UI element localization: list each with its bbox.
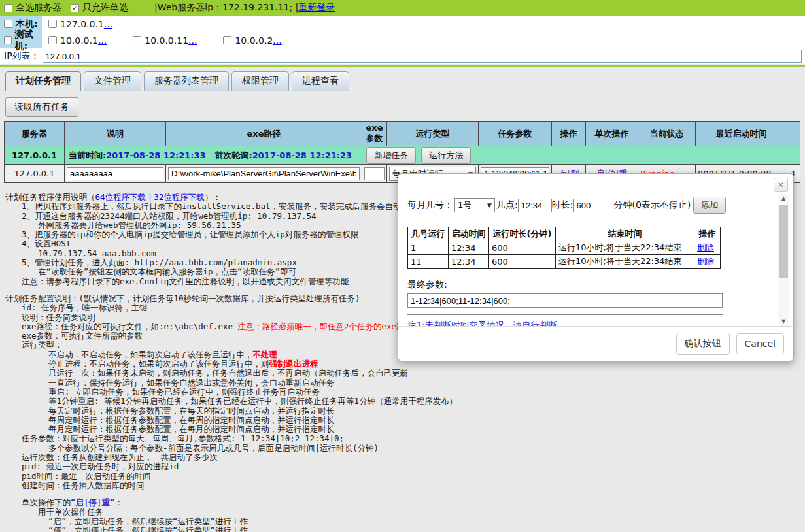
help-line bbox=[5, 490, 805, 498]
page: 全选服务器 ✓ 只允许单选 |Web服务器ip：172.19.231.11; |… bbox=[0, 0, 805, 532]
param-start-cell: 12:34 bbox=[449, 255, 489, 269]
tab-3[interactable]: 服务器列表管理 bbox=[144, 71, 229, 91]
divider bbox=[407, 314, 723, 315]
help-text: “启”，立即启动任务，然后继续按“运行类型”进行工作 bbox=[48, 516, 248, 526]
dialog-scrollbar[interactable]: ▲ ▼ bbox=[778, 194, 789, 326]
tab-5[interactable]: 进程查看 bbox=[292, 71, 349, 91]
help-link[interactable]: 64位程序下载 bbox=[95, 192, 146, 202]
help-text: pid: 最近一次启动任务时，对应的进程id bbox=[22, 461, 179, 471]
task-table-header: 服务器说明exe路径exe参数运行类型任务参数操作单次操作当前状态最近启动时间 bbox=[5, 122, 800, 146]
task-exe-args-input[interactable] bbox=[364, 167, 385, 180]
help-line: 每天定时运行：根据任务参数配置，在每天的指定时间点启动，并运行指定时长 bbox=[5, 407, 805, 416]
help-line: 单次操作下的“启|停|重”： bbox=[5, 498, 805, 507]
help-text: 停止进程：不启动任务，如果前次启动了该任务且运行中，则 bbox=[48, 359, 269, 369]
ip-more-link[interactable]: ... bbox=[273, 35, 281, 46]
param-duration-cell: 600 bbox=[489, 255, 556, 269]
tab-4[interactable]: 权限管理 bbox=[231, 71, 289, 91]
cancel-button[interactable]: Cancel bbox=[736, 333, 784, 354]
help-line: pid时间：最近一次启动任务的时间 bbox=[5, 472, 805, 481]
param-delete-link[interactable]: 删除 bbox=[697, 242, 714, 252]
read-all-tasks-button[interactable]: 读取所有任务 bbox=[5, 97, 78, 117]
help-text: “停”，立即停止任务，然后继续按“运行类型”进行工作 bbox=[48, 525, 248, 532]
help-text: 每月定时运行：根据任务参数配置，在每月的指定时间点启动，并运行指定时长 bbox=[48, 424, 335, 434]
close-icon[interactable]: ✕ bbox=[774, 178, 788, 192]
help-text: id: 任务序号，唯一标识符，主键 bbox=[22, 303, 148, 312]
help-text: 单次操作下的“ bbox=[22, 497, 76, 507]
prev-poll-value: 2017-08-28 12:21:23 bbox=[252, 150, 352, 160]
scroll-down-icon[interactable]: ▼ bbox=[778, 317, 789, 326]
param-delete-link[interactable]: 删除 bbox=[697, 256, 714, 266]
duration-label: 时长: bbox=[552, 199, 574, 211]
server-info-cell: 当前时间: 2017-08-28 12:21:33 前次轮询: 2017-08-… bbox=[65, 147, 800, 164]
param-day-cell: 1 bbox=[408, 241, 449, 255]
ip-item: 10.0.0.2... bbox=[223, 35, 281, 46]
webserver-ip-text: |Web服务器ip：172.19.231.11; | bbox=[154, 2, 298, 14]
param-column-header: 运行时长(分钟) bbox=[489, 227, 556, 241]
help-line: pid: 最近一次启动任务时，对应的进程id bbox=[5, 462, 805, 471]
param-row: 112:34600运行10小时;将于当天22:34结束删除 bbox=[408, 241, 721, 255]
server-info-row: 127.0.0.1 当前时间: 2017-08-28 12:21:33 前次轮询… bbox=[5, 146, 800, 165]
param-end-cell: 运行10小时;将于当天22:34结束 bbox=[556, 241, 694, 255]
param-op-cell: 删除 bbox=[694, 255, 721, 269]
ip-label: 10.0.0.1 bbox=[60, 35, 98, 46]
help-line: “停”，立即停止任务，然后继续按“运行类型”进行工作 bbox=[5, 526, 805, 532]
help-line: 只运行一次：如果任务未启动，则启动任务，任务自然退出后，不再启动（启动任务后，会… bbox=[5, 369, 805, 378]
column-header: exe路径 bbox=[166, 122, 362, 146]
help-text: 在“读取任务”按钮左侧的文本框内输入服务器ip，点击“读取任务”即可 bbox=[38, 267, 296, 276]
ip-checkbox[interactable] bbox=[48, 20, 57, 28]
task-exe-path-input[interactable] bbox=[168, 167, 360, 180]
help-line: 创建时间：任务插入数据库的时间 bbox=[5, 481, 805, 490]
ip-more-link[interactable]: ... bbox=[188, 35, 197, 46]
confirm-button[interactable]: 确认按钮 bbox=[676, 333, 730, 355]
machine-row: 本机:127.0.0.1... bbox=[0, 16, 805, 32]
help-text: 5、管理计划任务，进入页面: http://aaa.bbb.com/planad… bbox=[22, 258, 297, 267]
param-start-cell: 12:34 bbox=[449, 241, 489, 255]
column-header: 操作 bbox=[552, 122, 586, 146]
select-all-checkbox[interactable] bbox=[4, 4, 12, 12]
ip-list-input[interactable] bbox=[43, 50, 802, 63]
scrollbar-thumb[interactable] bbox=[779, 205, 788, 278]
help-text: 任务参数：对应于运行类型的每天、每周、每月,参数格式: 1-12:34|10;2… bbox=[22, 433, 344, 443]
help-link[interactable]: 32位程序下载 bbox=[154, 192, 205, 202]
ip-item: 127.0.0.1... bbox=[48, 19, 112, 29]
param-form-row: 每月几号： 1号 ▼ 几点: 时长: 分钟(0表示不停止) 添加 bbox=[407, 197, 774, 214]
tab-2[interactable]: 文件管理 bbox=[84, 71, 141, 91]
ip-checkbox[interactable] bbox=[48, 36, 57, 44]
server-ip-cell: 127.0.0.1 bbox=[5, 146, 65, 165]
machine-checkbox[interactable] bbox=[4, 36, 12, 44]
scroll-up-icon[interactable]: ▲ bbox=[778, 194, 789, 203]
help-text: ｜ bbox=[146, 192, 154, 202]
help-text: pid时间：最近一次启动任务的时间 bbox=[22, 471, 151, 481]
help-text: 重启: 立即启动任务，如果任务已经在运行中，则强行终止任务再启动任务 bbox=[48, 387, 320, 397]
ip-checkbox[interactable] bbox=[223, 36, 231, 44]
time-input[interactable] bbox=[518, 199, 552, 212]
current-time-label: 当前时间: bbox=[69, 150, 106, 161]
ip-more-link[interactable]: ... bbox=[98, 35, 107, 46]
duration-input[interactable] bbox=[573, 199, 613, 212]
help-text: ）： bbox=[205, 192, 221, 202]
run-method-button[interactable]: 运行方法 bbox=[421, 147, 471, 164]
column-header: 服务器 bbox=[5, 122, 65, 146]
tab-1[interactable]: 计划任务管理 bbox=[5, 71, 81, 91]
dialog-footer: 确认按钮 Cancel bbox=[398, 326, 793, 361]
relogin-link[interactable]: 重新登录 bbox=[298, 2, 335, 14]
single-only-checkbox[interactable]: ✓ bbox=[71, 4, 79, 12]
column-header bbox=[787, 122, 800, 146]
help-text: 创建时间：任务插入数据库的时间 bbox=[22, 480, 145, 490]
help-text: 10.79.137.54 aaa.bbb.com bbox=[38, 248, 156, 258]
machine-checkbox[interactable] bbox=[4, 20, 12, 28]
final-params-input[interactable] bbox=[407, 293, 723, 308]
add-param-button[interactable]: 添加 bbox=[693, 197, 726, 214]
ip-checkbox[interactable] bbox=[133, 36, 141, 44]
help-text: 注意：请参考程序目录下的exe.Config文件里的注释说明，以开通或关闭文件管… bbox=[22, 276, 349, 286]
day-select[interactable]: 1号 ▼ bbox=[454, 198, 495, 212]
ip-more-link[interactable]: ... bbox=[104, 19, 112, 29]
help-text: 4、设置HOST bbox=[22, 239, 71, 248]
help-line: 一直运行：保持任务运行，如果任务自然退出或意外关闭，会自动重新启动任务 bbox=[5, 378, 805, 388]
help-line: 运行次数：任务从创建到现在为止，一共启动了多少次 bbox=[5, 453, 805, 462]
add-task-button[interactable]: 新增任务 bbox=[366, 147, 416, 164]
param-table-header: 几号运行启动时间运行时长(分钟)结束时间操作 bbox=[408, 227, 721, 241]
task-desc-input[interactable] bbox=[67, 167, 163, 180]
param-column-header: 操作 bbox=[694, 227, 721, 241]
help-text: 运行类型： bbox=[22, 340, 63, 350]
